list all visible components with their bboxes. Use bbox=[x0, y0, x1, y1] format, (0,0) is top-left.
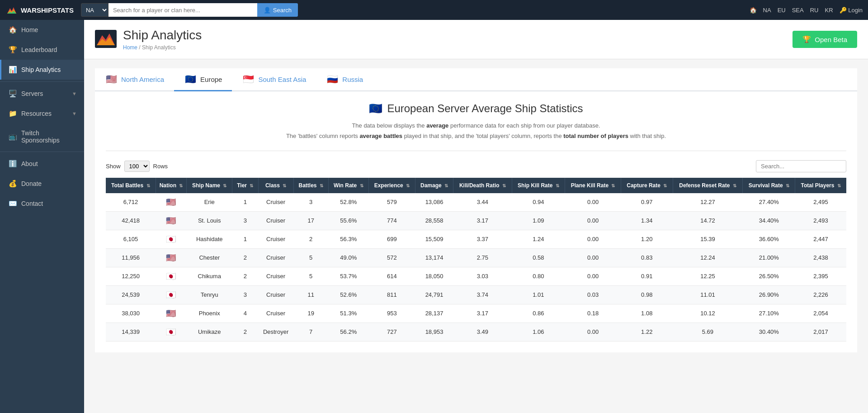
sidebar-item-contact[interactable]: ✉️ Contact bbox=[0, 194, 84, 214]
open-beta-button[interactable]: 🏆 Open Beta bbox=[793, 31, 857, 48]
sidebar-item-donate[interactable]: 💰 Donate bbox=[0, 174, 84, 194]
tab-russia[interactable]: 🇷🇺 Russia bbox=[316, 68, 373, 91]
login-button[interactable]: 🔑 Login bbox=[840, 7, 863, 14]
col-nation[interactable]: Nation ⇅ bbox=[156, 178, 187, 193]
sidebar-item-ship-analytics[interactable]: 📊 Ship Analytics bbox=[0, 60, 84, 80]
col-ship-name[interactable]: Ship Name ⇅ bbox=[187, 178, 232, 193]
table-search-input[interactable] bbox=[756, 160, 846, 172]
cell-capture-rate: 1.22 bbox=[621, 323, 673, 341]
cell-total-players: 2,395 bbox=[795, 267, 846, 285]
col-damage[interactable]: Damage ⇅ bbox=[415, 178, 453, 193]
tab-north-america[interactable]: 🇺🇸 North America bbox=[95, 68, 174, 91]
cell-ship-kill: 0.86 bbox=[512, 304, 565, 323]
col-win-rate[interactable]: Win Rate ⇅ bbox=[328, 178, 368, 193]
rows-per-page-select[interactable]: 102550100 bbox=[124, 161, 150, 172]
site-logo-text: WARSHIPSTATS bbox=[21, 6, 74, 14]
cell-nation: 🇯🇵 bbox=[156, 230, 187, 248]
cell-class: Cruiser bbox=[258, 285, 293, 304]
rows-label: Rows bbox=[153, 163, 168, 170]
cell-damage: 28,137 bbox=[415, 304, 453, 323]
cell-ship-name: Tenryu bbox=[187, 285, 232, 304]
sea-nav-link[interactable]: SEA bbox=[792, 7, 804, 14]
sidebar-item-leaderboard[interactable]: 🏆 Leaderboard bbox=[0, 40, 84, 60]
col-defense-reset[interactable]: Defense Reset Rate ⇅ bbox=[673, 178, 743, 193]
col-ship-kill[interactable]: Ship Kill Rate ⇅ bbox=[512, 178, 565, 193]
sidebar-item-resources[interactable]: 📁 Resources ▼ bbox=[0, 104, 84, 123]
sidebar-label-about: About bbox=[21, 160, 77, 167]
section-flag-icon: 🇪🇺 bbox=[369, 102, 382, 115]
sidebar-item-about[interactable]: ℹ️ About bbox=[0, 154, 84, 174]
contact-icon: ✉️ bbox=[9, 199, 17, 208]
cell-total-players: 2,447 bbox=[795, 230, 846, 248]
kr-nav-link[interactable]: KR bbox=[825, 7, 833, 14]
cell-experience: 614 bbox=[368, 267, 415, 285]
sidebar-item-servers[interactable]: 🖥️ Servers ▼ bbox=[0, 84, 84, 104]
col-capture-rate[interactable]: Capture Rate ⇅ bbox=[621, 178, 673, 193]
cell-nation: 🇺🇸 bbox=[156, 248, 187, 267]
cell-survival-rate: 36.60% bbox=[743, 230, 795, 248]
cell-experience: 572 bbox=[368, 248, 415, 267]
cell-ship-name: Phoenix bbox=[187, 304, 232, 323]
cell-damage: 15,509 bbox=[415, 230, 453, 248]
main-content: Ship Analytics Home / Ship Analytics 🏆 O… bbox=[84, 20, 868, 413]
na-nav-link[interactable]: NA bbox=[763, 7, 771, 14]
cell-win-rate: 53.7% bbox=[328, 267, 368, 285]
tab-sea[interactable]: 🇸🇬 South East Asia bbox=[232, 68, 316, 91]
content-area: 🇪🇺 European Server Average Ship Statisti… bbox=[95, 91, 857, 352]
cell-total-battles: 11,956 bbox=[106, 248, 156, 267]
sidebar: 🏠 Home 🏆 Leaderboard 📊 Ship Analytics 🖥️… bbox=[0, 20, 84, 413]
show-label: Show bbox=[106, 163, 121, 170]
cell-damage: 13,086 bbox=[415, 193, 453, 212]
col-experience[interactable]: Experience ⇅ bbox=[368, 178, 415, 193]
region-tabs: 🇺🇸 North America 🇪🇺 Europe 🇸🇬 South East… bbox=[95, 68, 857, 91]
eu-nav-link[interactable]: EU bbox=[778, 7, 786, 14]
col-tier[interactable]: Tier ⇅ bbox=[232, 178, 258, 193]
cell-kd-ratio: 3.37 bbox=[453, 230, 512, 248]
cell-battles: 11 bbox=[293, 285, 328, 304]
resources-icon: 📁 bbox=[9, 109, 17, 118]
col-survival-rate[interactable]: Survival Rate ⇅ bbox=[743, 178, 795, 193]
resources-chevron: ▼ bbox=[72, 111, 77, 116]
flag-sea: 🇸🇬 bbox=[242, 75, 255, 84]
cell-tier: 1 bbox=[232, 193, 258, 212]
cell-tier: 2 bbox=[232, 248, 258, 267]
sidebar-item-home[interactable]: 🏠 Home bbox=[0, 20, 84, 40]
table-row: 6,105 🇯🇵 Hashidate 1 Cruiser 2 56.3% 699… bbox=[106, 230, 846, 248]
col-total-players[interactable]: Total Players ⇅ bbox=[795, 178, 846, 193]
cell-defense-reset: 12.25 bbox=[673, 267, 743, 285]
sidebar-label-twitch: Twitch Sponsorships bbox=[21, 129, 77, 144]
col-class[interactable]: Class ⇅ bbox=[258, 178, 293, 193]
col-plane-kill[interactable]: Plane Kill Rate ⇅ bbox=[565, 178, 621, 193]
cell-total-battles: 12,250 bbox=[106, 267, 156, 285]
ru-nav-link[interactable]: RU bbox=[810, 7, 819, 14]
cell-plane-kill: 0.00 bbox=[565, 211, 621, 230]
col-total-battles[interactable]: Total Battles ⇅ bbox=[106, 178, 156, 193]
svg-rect-0 bbox=[5, 4, 18, 16]
cell-defense-reset: 10.12 bbox=[673, 304, 743, 323]
search-input[interactable] bbox=[108, 3, 257, 17]
sidebar-divider-1 bbox=[0, 81, 84, 82]
site-logo[interactable]: WARSHIPSTATS bbox=[5, 4, 74, 16]
page-header: Ship Analytics Home / Ship Analytics 🏆 O… bbox=[84, 20, 868, 59]
sidebar-label-leaderboard: Leaderboard bbox=[21, 46, 77, 53]
search-button[interactable]: 👤 Search bbox=[257, 3, 298, 17]
breadcrumb-home[interactable]: Home bbox=[123, 44, 137, 51]
cell-tier: 3 bbox=[232, 285, 258, 304]
cell-survival-rate: 30.40% bbox=[743, 323, 795, 341]
cell-kd-ratio: 3.17 bbox=[453, 211, 512, 230]
sidebar-item-twitch[interactable]: 📺 Twitch Sponsorships bbox=[0, 123, 84, 150]
region-select[interactable]: NAEUSEARUKR bbox=[81, 3, 108, 17]
cell-capture-rate: 0.98 bbox=[621, 285, 673, 304]
table-row: 24,539 🇯🇵 Tenryu 3 Cruiser 11 52.6% 811 … bbox=[106, 285, 846, 304]
tab-europe[interactable]: 🇪🇺 Europe bbox=[174, 68, 232, 91]
col-kd-ratio[interactable]: Kill/Death Ratio ⇅ bbox=[453, 178, 512, 193]
cell-survival-rate: 27.40% bbox=[743, 193, 795, 212]
cell-tier: 4 bbox=[232, 304, 258, 323]
home-nav-link[interactable]: 🏠 bbox=[750, 7, 757, 14]
cell-battles: 17 bbox=[293, 211, 328, 230]
col-battles[interactable]: Battles ⇅ bbox=[293, 178, 328, 193]
cell-kd-ratio: 3.44 bbox=[453, 193, 512, 212]
cell-win-rate: 49.0% bbox=[328, 248, 368, 267]
servers-icon: 🖥️ bbox=[9, 90, 17, 98]
cell-plane-kill: 0.00 bbox=[565, 248, 621, 267]
